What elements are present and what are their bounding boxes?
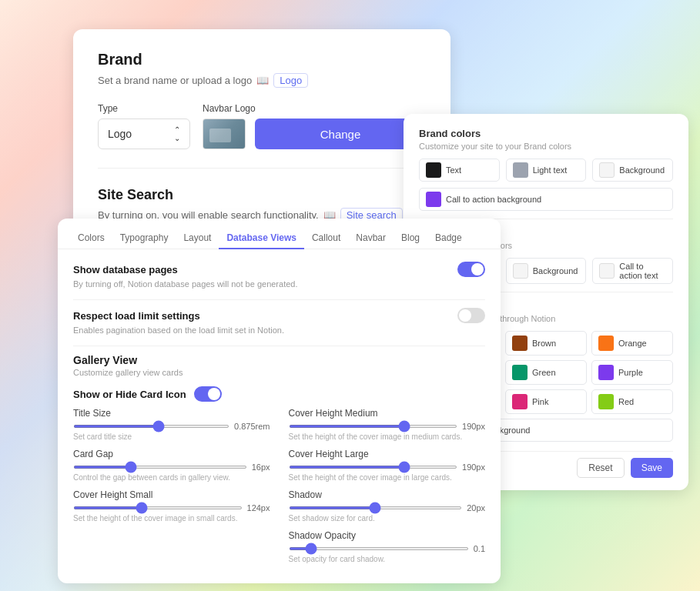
database-views-card: Colors Typography Layout Database Views … — [58, 219, 501, 583]
reset-button[interactable]: Reset — [577, 458, 624, 478]
cta-bg-chip[interactable]: Call to action background — [419, 188, 673, 211]
cover-large-value: 190px — [462, 462, 485, 472]
type-select[interactable]: Logo ⌃⌄ — [98, 119, 190, 149]
shadow-setting: Shadow 20px Set shadow size for card. — [289, 489, 486, 523]
navbar-cta-text-chip[interactable]: Call to action text — [592, 258, 673, 284]
light-text-swatch — [513, 162, 528, 178]
cover-medium-slider[interactable] — [289, 425, 458, 428]
respect-load-row: Respect load limit settings Enables pagi… — [73, 308, 485, 335]
tab-typography[interactable]: Typography — [112, 228, 176, 249]
show-hide-icon-toggle[interactable] — [194, 386, 222, 402]
shadow-desc: Set shadow size for card. — [289, 514, 486, 523]
gallery-view-section: Gallery View Customize gallery view card… — [73, 354, 485, 571]
brand-card: Brand Set a brand name or upload a logo … — [73, 29, 450, 241]
shadow-label: Shadow — [289, 489, 322, 500]
chevron-icon: ⌃⌄ — [174, 125, 180, 142]
cover-large-setting: Cover Height Large 190px Set the height … — [289, 449, 486, 482]
navbar-logo-label: Navbar Logo — [203, 103, 426, 114]
title-size-label: Title Size — [73, 408, 111, 419]
shadow-opacity-setting: Shadow Opacity 0.1 Set opacity for card … — [289, 530, 486, 563]
site-search-section: Site Search By turning on, you will enab… — [98, 187, 426, 222]
tab-navbar[interactable]: Navbar — [348, 228, 394, 249]
show-db-pages-toggle[interactable] — [457, 262, 485, 277]
shadow-opacity-label: Shadow Opacity — [289, 530, 356, 541]
background-swatch — [599, 162, 615, 178]
db-content: Show database pages By turning off, Noti… — [58, 249, 501, 583]
tab-layout[interactable]: Layout — [176, 228, 219, 249]
tab-database-views[interactable]: Database Views — [219, 228, 304, 249]
show-db-pages-row: Show database pages By turning off, Noti… — [73, 262, 485, 289]
tab-badge[interactable]: Badge — [427, 228, 470, 249]
type-value: Logo — [108, 128, 132, 140]
right-sliders: Cover Height Medium 190px Set the height… — [289, 408, 486, 571]
card-gap-slider[interactable] — [73, 466, 247, 469]
respect-load-desc: Enables pagination based on the load lim… — [73, 326, 485, 335]
slider-grid: Title Size 0.875rem Set card title size … — [73, 408, 485, 571]
divider — [98, 168, 426, 169]
tab-blog[interactable]: Blog — [394, 228, 427, 249]
cover-small-slider[interactable] — [73, 506, 243, 509]
cover-large-desc: Set the height of the cover image in lar… — [289, 473, 486, 482]
tab-callout[interactable]: Callout — [304, 228, 348, 249]
brown-chip[interactable]: Brown — [505, 331, 587, 356]
shadow-opacity-slider[interactable] — [289, 547, 469, 550]
shadow-opacity-desc: Set opacity for card shadow. — [289, 555, 486, 563]
change-button[interactable]: Change — [255, 119, 426, 149]
shadow-opacity-value: 0.1 — [474, 544, 485, 553]
cover-medium-setting: Cover Height Medium 190px Set the height… — [289, 408, 486, 441]
card-gap-label: Card Gap — [73, 449, 113, 459]
type-label: Type — [98, 103, 190, 114]
cover-medium-value: 190px — [462, 422, 485, 431]
title-size-setting: Title Size 0.875rem Set card title size — [73, 408, 270, 441]
cover-small-label: Cover Height Small — [73, 489, 152, 500]
cover-large-slider[interactable] — [289, 466, 458, 469]
logo-thumbnail — [203, 119, 246, 149]
cta-color-row: Call to action background — [419, 188, 673, 211]
cover-small-setting: Cover Height Small 124px Set the height … — [73, 489, 270, 523]
site-search-title: Site Search — [98, 187, 426, 203]
cta-bg-swatch — [426, 192, 441, 207]
card-gap-desc: Control the gap between cards in gallery… — [73, 473, 270, 482]
show-db-pages-desc: By turning off, Notion database pages wi… — [73, 279, 485, 289]
navbar-bg-chip[interactable]: Background — [506, 258, 587, 284]
pink-chip[interactable]: Pink — [505, 389, 587, 414]
shadow-value: 20px — [467, 503, 485, 513]
purple-chip[interactable]: Purple — [591, 360, 673, 385]
shadow-slider[interactable] — [289, 506, 463, 509]
card-gap-value: 16px — [252, 462, 270, 472]
brand-color-row: Text Light text Background — [419, 159, 673, 182]
respect-load-title: Respect load limit settings — [73, 310, 200, 322]
show-hide-icon-row: Show or Hide Card Icon — [73, 386, 485, 402]
title-size-slider[interactable] — [73, 425, 229, 428]
respect-load-toggle[interactable] — [457, 308, 485, 323]
gallery-view-subtitle: Customize gallery view cards — [73, 368, 485, 377]
save-button[interactable]: Save — [631, 458, 673, 478]
text-swatch — [426, 162, 441, 178]
title-size-value: 0.875rem — [234, 422, 270, 431]
title-size-desc: Set card title size — [73, 432, 270, 441]
cover-medium-desc: Set the height of the cover image in med… — [289, 432, 486, 441]
type-group: Type Logo ⌃⌄ — [98, 103, 190, 149]
text-color-chip[interactable]: Text — [419, 159, 500, 182]
tabs-bar: Colors Typography Layout Database Views … — [58, 219, 501, 249]
brand-subtitle: Set a brand name or upload a logo 📖 Logo — [98, 73, 426, 88]
light-text-color-chip[interactable]: Light text — [506, 159, 587, 182]
show-db-pages-title: Show database pages — [73, 264, 178, 275]
cover-large-label: Cover Height Large — [289, 449, 369, 459]
card-gap-setting: Card Gap 16px Control the gap between ca… — [73, 449, 270, 482]
left-sliders: Title Size 0.875rem Set card title size … — [73, 408, 270, 571]
gallery-view-title: Gallery View — [73, 354, 485, 366]
cover-medium-label: Cover Height Medium — [289, 408, 378, 419]
logo-link[interactable]: Logo — [273, 73, 308, 88]
tab-colors[interactable]: Colors — [70, 228, 112, 249]
cover-small-desc: Set the height of the cover image in sma… — [73, 514, 270, 523]
brand-colors-section: Brand colors Customize your site to your… — [419, 128, 673, 211]
brand-title: Brand — [98, 51, 426, 68]
orange-chip[interactable]: Orange — [591, 331, 673, 356]
red-chip[interactable]: Red — [591, 389, 673, 414]
brand-form: Type Logo ⌃⌄ Navbar Logo Change — [98, 103, 426, 149]
navbar-logo-group: Navbar Logo Change — [203, 103, 426, 149]
background-color-chip[interactable]: Background — [592, 159, 673, 182]
green-chip[interactable]: Green — [505, 360, 587, 385]
book-icon: 📖 — [256, 75, 269, 86]
